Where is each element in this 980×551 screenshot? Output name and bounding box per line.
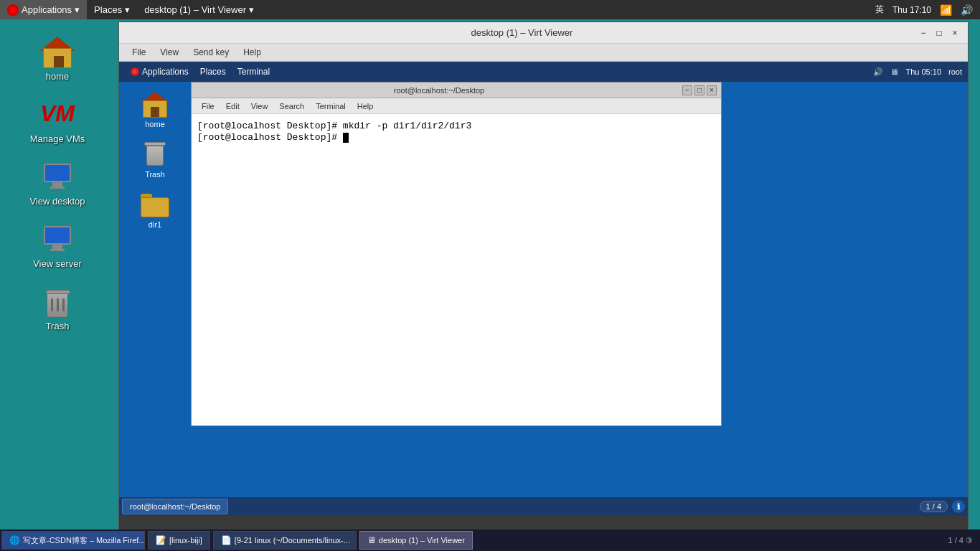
terminal-title: root@localhost:~/Desktop xyxy=(196,86,682,95)
guest-places-label: Places xyxy=(200,67,226,77)
vv-menu-file[interactable]: File xyxy=(125,44,153,62)
home-icon-shape xyxy=(40,34,75,68)
virt-viewer-close-btn[interactable]: × xyxy=(949,27,961,39)
host-icon-view-server[interactable]: View server xyxy=(22,221,93,269)
trash-line-1 xyxy=(51,298,53,311)
taskbar-virt-label: desktop (1) – Virt Viewer xyxy=(379,536,465,545)
guest-terminal-label: Terminal xyxy=(237,67,270,77)
terminal-cursor xyxy=(343,133,349,143)
terminal-line-1: [root@localhost Desktop]# mkdir -p dir1/… xyxy=(197,121,715,131)
vv-menu-view[interactable]: View xyxy=(153,44,186,62)
host-panel-left: Applications ▾ Places ▾ desktop (1) – Vi… xyxy=(0,0,261,19)
guest-info-btn[interactable]: ℹ xyxy=(952,500,965,513)
terminal-restore-btn[interactable]: □ xyxy=(694,85,705,95)
biji-icon: 📝 xyxy=(156,535,166,545)
terminal-line-2-text: [root@localhost Desktop]# xyxy=(197,132,343,143)
folder-body xyxy=(141,197,169,217)
trash-line-3 xyxy=(62,298,65,311)
host-icon-home[interactable]: home xyxy=(22,34,93,82)
guest-apps-label: Applications xyxy=(142,67,189,77)
term-menu-help[interactable]: Help xyxy=(352,98,380,114)
virt-viewer-minimize-btn[interactable]: − xyxy=(918,27,929,39)
terminal-controls: − □ × xyxy=(682,85,717,95)
guest-applications-menu[interactable]: Applications xyxy=(125,62,194,82)
virt-viewer-titlebar: desktop (1) – Virt Viewer − □ × xyxy=(119,22,968,44)
guest-page-indicator[interactable]: 1 / 4 xyxy=(920,501,948,512)
guest-home-label: home xyxy=(145,120,165,128)
term-menu-search[interactable]: Search xyxy=(273,98,310,114)
host-places-label: Places xyxy=(94,4,122,15)
host-panel-right: 英 Thu 17:10 📶 🔊 xyxy=(875,4,980,16)
guest-icon-trash[interactable]: Trash xyxy=(126,139,184,179)
terminal-close-btn[interactable]: × xyxy=(707,85,717,95)
term-menu-edit[interactable]: Edit xyxy=(220,98,245,114)
host-sound-icon: 🔊 xyxy=(961,4,973,16)
virt-desktop: Applications Places Terminal 🔊 🖥 Thu 05:… xyxy=(119,62,968,516)
guest-icon-area: home Trash xyxy=(119,82,191,229)
host-taskbar-right: 1 / 4 ③ xyxy=(948,536,980,545)
term-menu-terminal[interactable]: Terminal xyxy=(310,98,352,114)
guest-trash-icon-shape xyxy=(141,139,169,168)
trash-body-host xyxy=(47,293,68,318)
vv-menu-send-key[interactable]: Send key xyxy=(186,44,236,62)
monitor-screen-2 xyxy=(44,226,71,245)
guest-task-terminal[interactable]: root@localhost:~/Desktop xyxy=(122,499,228,514)
host-icon-manage-vms[interactable]: VM Manage VMs xyxy=(22,96,93,144)
vm-v-icon: VM xyxy=(40,100,75,127)
taskbar-item-biji[interactable]: 📝 [linux-biji] xyxy=(148,531,210,550)
terminal-line-2: [root@localhost Desktop]# xyxy=(197,132,715,143)
terminal-line-1-text: [root@localhost Desktop]# mkdir -p dir1/… xyxy=(197,121,471,131)
guest-trash-sm-body xyxy=(146,146,164,166)
linux-doc-icon: 📄 xyxy=(221,535,232,545)
virt-viewer-title: desktop (1) – Virt Viewer xyxy=(126,27,918,38)
host-window-menu[interactable]: desktop (1) – Virt Viewer ▾ xyxy=(137,0,261,19)
monitor-base-2 xyxy=(50,249,65,251)
guest-dir1-label: dir1 xyxy=(149,220,161,229)
house-door xyxy=(54,56,64,67)
guest-icon-dir1[interactable]: dir1 xyxy=(126,189,184,229)
guest-time: Thu 05:10 xyxy=(905,67,941,76)
taskbar-item-virt[interactable]: 🖥 desktop (1) – Virt Viewer xyxy=(359,531,473,550)
host-desktop: Applications ▾ Places ▾ desktop (1) – Vi… xyxy=(0,0,980,551)
guest-places-menu[interactable]: Places xyxy=(194,62,232,82)
guest-taskbar: root@localhost:~/Desktop 1 / 4 ℹ xyxy=(119,497,968,516)
guest-house-door xyxy=(151,107,159,117)
host-applications-menu[interactable]: Applications ▾ xyxy=(0,0,87,19)
vv-menu-help[interactable]: Help xyxy=(236,44,268,62)
guest-trash-sm xyxy=(144,142,166,168)
term-menu-file[interactable]: File xyxy=(196,98,220,114)
taskbar-item-firefox[interactable]: 🌐 写文章-CSDN博客 – Mozilla Firef... xyxy=(1,531,145,550)
guest-terminal-menu[interactable]: Terminal xyxy=(232,62,275,82)
guest-panel-right: 🔊 🖥 Thu 05:10 root xyxy=(873,67,962,77)
guest-house-body xyxy=(143,100,167,118)
virt-icon: 🖥 xyxy=(367,535,376,545)
terminal-titlebar: root@localhost:~/Desktop − □ × xyxy=(192,83,721,98)
taskbar-linux-label: [9-21 linux (~/Documents/linux-... xyxy=(235,536,350,545)
host-view-server-label: View server xyxy=(33,258,82,269)
guest-icon-home[interactable]: home xyxy=(126,89,184,128)
guest-trash-label: Trash xyxy=(145,170,165,179)
taskbar-biji-label: [linux-biji] xyxy=(169,536,202,545)
host-icon-trash[interactable]: Trash xyxy=(22,283,93,331)
taskbar-firefox-label: 写文章-CSDN博客 – Mozilla Firef... xyxy=(23,535,145,546)
host-wifi-icon: 📶 xyxy=(940,4,952,16)
taskbar-item-linux[interactable]: 📄 [9-21 linux (~/Documents/linux-... xyxy=(213,531,357,550)
host-view-desktop-label: View desktop xyxy=(29,196,85,207)
host-places-menu[interactable]: Places ▾ xyxy=(87,0,137,19)
vm-icon-shape: VM xyxy=(40,96,75,131)
guest-sound-icon: 🔊 xyxy=(873,67,883,77)
virt-viewer-restore-btn[interactable]: □ xyxy=(933,27,945,39)
host-taskbar-pager: 1 / 4 ③ xyxy=(948,536,973,545)
terminal-minimize-btn[interactable]: − xyxy=(682,85,692,95)
virt-viewer-window: desktop (1) – Virt Viewer − □ × File Vie… xyxy=(118,22,969,538)
terminal-content[interactable]: [root@localhost Desktop]# mkdir -p dir1/… xyxy=(192,114,721,425)
host-manage-vms-label: Manage VMs xyxy=(30,133,85,144)
virt-viewer-menubar: File View Send key Help xyxy=(119,44,968,62)
host-apps-arrow: ▾ xyxy=(75,4,80,15)
guest-top-panel: Applications Places Terminal 🔊 🖥 Thu 05:… xyxy=(119,62,968,82)
firefox-icon: 🌐 xyxy=(9,535,20,545)
guest-display-icon: 🖥 xyxy=(890,67,898,76)
host-icon-view-desktop[interactable]: View desktop xyxy=(22,159,93,207)
host-lang[interactable]: 英 xyxy=(875,4,884,16)
term-menu-view[interactable]: View xyxy=(245,98,274,114)
